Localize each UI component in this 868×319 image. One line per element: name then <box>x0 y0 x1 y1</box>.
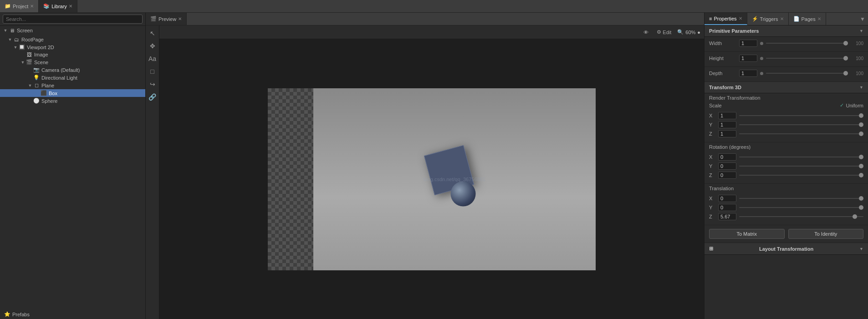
tab-properties-close[interactable]: ✕ <box>739 16 742 21</box>
tool-rotate[interactable]: ↪ <box>148 79 158 89</box>
scale-x-group: X Y <box>705 109 868 142</box>
rot-y-track[interactable] <box>739 166 863 167</box>
tab-triggers[interactable]: ⚡ Triggers ✕ <box>747 13 789 25</box>
arrow-viewport2d: ▼ <box>13 45 18 50</box>
height-val1-input[interactable] <box>739 55 757 62</box>
tab-preview[interactable]: 🎬 Preview ✕ <box>146 13 187 25</box>
transform3d-header[interactable]: Transform 3D ▼ <box>705 82 868 93</box>
trans-y-track[interactable] <box>739 207 863 208</box>
scale-z-input[interactable] <box>718 130 736 137</box>
layout-transformation-header[interactable]: ⊞ Layout Transformation ▼ <box>705 243 868 255</box>
primitive-params-header[interactable]: Primitive Parameters ▼ <box>705 25 868 37</box>
tree-item-camera[interactable]: ▶ 📷 Camera (Default) <box>0 66 145 74</box>
depth-slider-track[interactable] <box>766 73 848 74</box>
rot-x-input[interactable] <box>718 153 736 161</box>
width-slider-track[interactable] <box>766 43 848 44</box>
tree-item-screen[interactable]: ▼ 🖥 Screen <box>0 26 145 35</box>
trans-z-track[interactable] <box>739 216 863 217</box>
tree-item-plane[interactable]: ▼ ◻ Plane <box>0 81 145 89</box>
tool-move[interactable]: ✥ <box>148 41 158 51</box>
scale-y-input[interactable] <box>718 121 736 128</box>
label-camera: Camera (Default) <box>41 67 80 73</box>
trans-z-input[interactable] <box>718 213 736 220</box>
rot-y-thumb[interactable] <box>859 164 863 168</box>
edit-button[interactable]: ⚙ Edit <box>654 28 674 36</box>
rotation-text: Rotation (degrees) <box>709 144 751 150</box>
scale-x-thumb[interactable] <box>859 113 863 118</box>
layout-collapse-icon: ▼ <box>859 247 863 251</box>
tab-preview-close[interactable]: ✕ <box>178 16 182 21</box>
icon-sphere: ⚪ <box>33 98 40 104</box>
search-input[interactable] <box>3 15 143 24</box>
scale-label: Scale <box>709 103 722 108</box>
tree-item-scene[interactable]: ▼ 🎬 Scene <box>0 58 145 66</box>
tab-project[interactable]: 📁 Project ✕ <box>0 0 39 12</box>
tree-item-image[interactable]: ▶ 🖼 Image <box>0 51 145 58</box>
tool-shape[interactable]: □ <box>148 66 158 76</box>
tool-text[interactable]: Aa <box>148 54 158 64</box>
rot-z-thumb[interactable] <box>859 173 863 177</box>
tab-properties[interactable]: ≡ Properties ✕ <box>705 13 747 25</box>
rot-y-slider <box>739 166 863 167</box>
trans-x-track[interactable] <box>739 198 863 199</box>
scale-x-track[interactable] <box>739 115 863 116</box>
tab-pages[interactable]: 📄 Pages ✕ <box>789 13 826 25</box>
scale-y-track[interactable] <box>739 124 863 125</box>
depth-val1-input[interactable] <box>739 70 757 77</box>
settings-icon: ⚙ <box>657 29 661 35</box>
height-dot[interactable] <box>760 57 763 60</box>
to-matrix-button[interactable]: To Matrix <box>709 229 785 239</box>
tree-item-rootpage[interactable]: ▼ 🗂 RootPage <box>0 36 145 43</box>
depth-dot[interactable] <box>760 72 763 75</box>
trans-x-axis: X <box>709 196 715 201</box>
trans-x-thumb[interactable] <box>859 196 863 201</box>
trans-x-input[interactable] <box>718 195 736 202</box>
label-rootpage: RootPage <box>21 37 44 42</box>
scale-y-axis: Y <box>709 122 715 127</box>
tab-project-close[interactable]: ✕ <box>30 4 34 9</box>
scale-y-thumb[interactable] <box>859 122 863 127</box>
height-slider-container <box>766 58 848 59</box>
tree-item-sphere[interactable]: ▶ ⚪ Sphere <box>0 97 145 105</box>
trans-y-slider <box>739 207 863 208</box>
height-slider-thumb[interactable] <box>843 56 848 61</box>
rot-x-track[interactable] <box>739 157 863 157</box>
to-identity-button[interactable]: To Identity <box>788 229 864 239</box>
panel-collapse[interactable]: ▼ <box>860 16 868 22</box>
depth-slider-thumb[interactable] <box>843 71 848 76</box>
label-plane: Plane <box>41 83 54 88</box>
trans-z-thumb[interactable] <box>853 214 857 219</box>
scale-z-track[interactable] <box>739 133 863 134</box>
width-slider-thumb[interactable] <box>843 41 848 46</box>
scale-x-input[interactable] <box>718 112 736 119</box>
height-slider-track[interactable] <box>766 58 848 59</box>
prefabs-item[interactable]: ⭐ Prefabs <box>0 309 145 319</box>
arrow-scene: ▼ <box>20 60 26 65</box>
tab-pages-close[interactable]: ✕ <box>817 16 821 21</box>
trans-y-input[interactable] <box>718 204 736 211</box>
width-val1-input[interactable] <box>739 40 757 47</box>
eye-button[interactable]: 👁 <box>641 29 651 36</box>
tool-select[interactable]: ↖ <box>148 28 158 38</box>
tree-item-viewport2d[interactable]: ▼ 🔲 Viewport 2D <box>0 43 145 51</box>
rot-z-input[interactable] <box>718 172 736 179</box>
tab-triggers-close[interactable]: ✕ <box>780 16 784 21</box>
rot-z-track[interactable] <box>739 175 863 176</box>
tool-link[interactable]: 🔗 <box>148 92 158 102</box>
tab-library[interactable]: 📚 Library ✕ <box>39 0 77 12</box>
tree-item-box[interactable]: ▶ ⬛ Box <box>0 89 145 97</box>
width-dot[interactable] <box>760 42 763 45</box>
tab-library-close[interactable]: ✕ <box>69 4 72 9</box>
trans-y-thumb[interactable] <box>859 205 863 210</box>
tab-library-label: Library <box>51 4 67 9</box>
icon-camera: 📷 <box>33 67 40 73</box>
preview-icon: 🎬 <box>150 16 157 22</box>
preview-area: 👁 ⚙ Edit 🔍 60% ● <box>159 25 704 319</box>
tree-item-dirlight[interactable]: ▶ 💡 Directional Light <box>0 74 145 81</box>
vertical-toolbar: ↖ ✥ Aa □ ↪ 🔗 <box>146 25 159 319</box>
rot-x-thumb[interactable] <box>859 155 863 159</box>
scale-z-thumb[interactable] <box>859 132 863 136</box>
scene-viewport: blog.csdn.net/qq_36756861 <box>313 88 596 270</box>
zoom-display: 🔍 60% ● <box>677 29 700 35</box>
rot-y-input[interactable] <box>718 162 736 170</box>
